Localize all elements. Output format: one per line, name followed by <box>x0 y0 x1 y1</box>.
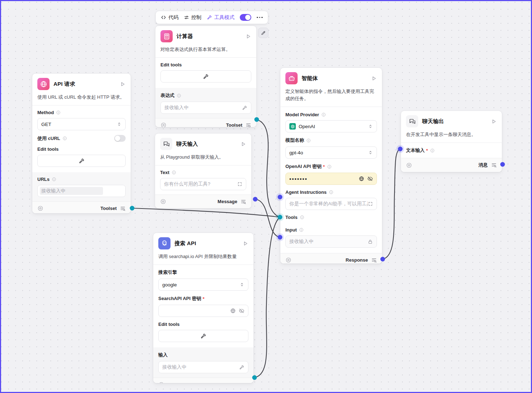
visibility-eye-icon[interactable] <box>406 162 412 168</box>
visibility-eye-icon[interactable] <box>158 382 164 383</box>
edit-tools-button[interactable] <box>158 330 248 342</box>
list-search-icon[interactable] <box>241 199 246 205</box>
visibility-eye-icon[interactable] <box>285 257 291 263</box>
list-search-icon[interactable] <box>246 122 251 127</box>
node-search-api[interactable]: 搜索 API 调用 searchapi.io API 并限制结果数量 搜索引擎 … <box>153 233 254 383</box>
port-search-toolset-out[interactable] <box>252 375 257 380</box>
run-node-button[interactable] <box>245 33 251 39</box>
toolbar-control-button[interactable]: 控制 <box>184 14 201 21</box>
chevron-up-down-icon <box>239 282 244 287</box>
method-select[interactable]: GET <box>37 118 126 130</box>
node-title: 计算器 <box>177 33 241 40</box>
more-menu-button[interactable] <box>257 17 263 18</box>
port-chatoutput-text-in[interactable] <box>398 147 403 151</box>
info-icon[interactable] <box>172 170 176 175</box>
mode-toolbar: 代码 控制 工具模式 <box>155 11 268 24</box>
edit-tools-label: Edit tools <box>37 146 126 152</box>
info-icon[interactable] <box>300 215 304 220</box>
info-icon[interactable] <box>329 190 333 195</box>
search-input[interactable]: 接收输入中 <box>158 361 248 373</box>
hammer-icon <box>203 74 209 80</box>
info-icon[interactable] <box>56 110 61 115</box>
info-icon[interactable] <box>430 148 435 153</box>
use-curl-toggle[interactable] <box>114 135 126 142</box>
port-chatoutput-message-out[interactable] <box>500 162 505 167</box>
globe-icon[interactable] <box>230 308 236 314</box>
urls-label: URLs <box>37 177 50 182</box>
port-agent-input-in[interactable] <box>278 235 283 240</box>
port-agent-instructions-in[interactable] <box>278 195 283 200</box>
eye-off-icon[interactable] <box>367 176 373 182</box>
port-agent-tools-in[interactable] <box>278 215 283 220</box>
chevron-up-down-icon <box>368 124 373 129</box>
info-icon[interactable] <box>321 112 326 117</box>
output-label: Toolset <box>223 382 239 383</box>
node-calculator[interactable]: 计算器 对给定表达式执行基本算术运算。 Edit tools 表达式 接收输入中 <box>155 25 257 127</box>
info-icon[interactable] <box>306 138 311 143</box>
agent-instructions-label: Agent Instructions <box>285 190 327 195</box>
expand-icon[interactable] <box>237 182 242 187</box>
info-icon[interactable] <box>327 164 332 169</box>
input-label: 输入 <box>158 352 248 358</box>
info-icon[interactable] <box>299 228 304 232</box>
port-api-toolset-out[interactable] <box>130 206 135 211</box>
list-search-icon[interactable] <box>120 206 126 211</box>
wire-calculator-to-agent-tools <box>257 120 280 217</box>
output-label: Toolset <box>226 122 242 127</box>
port-calculator-toolset-out[interactable] <box>255 117 259 122</box>
toolbar-tool-mode-label: 工具模式 <box>214 14 234 21</box>
searchapi-key-input[interactable] <box>158 305 248 317</box>
visibility-eye-icon[interactable] <box>160 198 166 205</box>
visibility-eye-icon[interactable] <box>160 122 167 127</box>
agent-input-placeholder: 接收输入中 <box>289 238 365 245</box>
run-node-button[interactable] <box>240 141 246 147</box>
node-chat-output[interactable]: 聊天输出 在开发工具中显示一条聊天消息。 文本输入* 消息 <box>401 111 502 172</box>
node-agent[interactable]: 智能体 定义智能体的指令，然后输入要使用工具完成的任务。 Model Provi… <box>280 67 382 264</box>
info-icon[interactable] <box>62 136 67 141</box>
list-search-icon[interactable] <box>371 257 377 263</box>
hammer-icon[interactable] <box>242 105 247 111</box>
run-node-button[interactable] <box>491 118 497 125</box>
run-node-button[interactable] <box>120 81 126 87</box>
node-chat-input[interactable]: 聊天输入 从 Playground 获取聊天输入。 Text 你有什么可用的工具… <box>155 133 252 209</box>
port-chatinput-message-out[interactable] <box>253 197 258 202</box>
node-description: 定义智能体的指令，然后输入要使用工具完成的任务。 <box>280 87 382 107</box>
text-value: 你有什么可用的工具? <box>164 181 234 187</box>
agent-input[interactable]: 接收输入中 <box>285 235 377 248</box>
eye-off-icon[interactable] <box>239 308 244 314</box>
search-engine-select[interactable]: google <box>158 279 248 291</box>
node-title: 搜索 API <box>174 240 238 247</box>
calculator-icon <box>160 30 173 42</box>
flow-canvas[interactable]: 代码 控制 工具模式 计算器 对给定表达式执行基本算术运算。 Edit tool… <box>0 0 532 393</box>
play-icon <box>120 81 126 87</box>
list-search-icon[interactable] <box>243 382 248 383</box>
toolbar-code-button[interactable]: 代码 <box>161 14 178 21</box>
run-node-button[interactable] <box>242 240 248 247</box>
text-input-label: 文本输入 <box>406 147 425 154</box>
edit-node-button[interactable] <box>258 28 269 38</box>
edit-tools-button[interactable] <box>160 70 251 83</box>
tool-mode-toggle[interactable] <box>240 14 251 21</box>
node-api-request[interactable]: API 请求 使用 URL 或 cURL 命令发起 HTTP 请求。 Metho… <box>32 73 131 214</box>
run-node-button[interactable] <box>371 75 377 81</box>
visibility-eye-icon[interactable] <box>37 205 43 211</box>
model-name-select[interactable]: gpt-4o <box>285 146 377 159</box>
model-provider-select[interactable]: OpenAI <box>285 120 377 132</box>
port-agent-response-out[interactable] <box>381 257 385 262</box>
toggle-knob <box>245 15 251 20</box>
urls-input[interactable]: 接收输入中 <box>37 185 126 197</box>
list-search-icon[interactable] <box>491 162 497 168</box>
text-input[interactable]: 你有什么可用的工具? <box>160 178 246 190</box>
globe-icon[interactable] <box>359 176 364 182</box>
required-asterisk: * <box>202 296 204 301</box>
expression-placeholder: 接收输入中 <box>164 104 239 111</box>
toolbar-tool-mode-button[interactable]: 工具模式 <box>207 14 234 21</box>
info-icon[interactable] <box>52 177 56 182</box>
info-icon[interactable] <box>177 93 181 98</box>
hammer-icon[interactable] <box>239 365 244 370</box>
expression-input[interactable]: 接收输入中 <box>160 102 251 114</box>
edit-tools-button[interactable] <box>37 155 126 167</box>
agent-instructions-input[interactable]: 你是一个非常棒的AI助手，可以用工具 <box>285 198 377 210</box>
expand-icon[interactable] <box>368 201 373 206</box>
api-key-input[interactable]: ••••••• <box>285 173 377 185</box>
